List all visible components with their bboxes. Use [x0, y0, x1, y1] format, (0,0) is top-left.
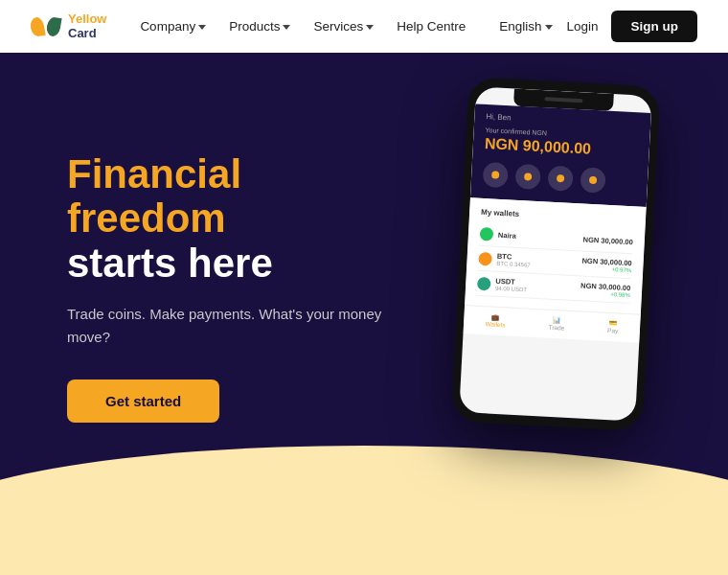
hero-content: Financial freedom starts here Trade coin… [0, 152, 402, 423]
logo-line2: Card [68, 27, 106, 40]
wallet-sub-btc: BTC 0.34567 [496, 261, 531, 268]
phone-notch-bar [544, 97, 582, 103]
wallet-name-naira: Naira [498, 230, 516, 240]
phone-tab-wallets[interactable]: 💼 Wallets [485, 312, 506, 328]
signup-button[interactable]: Sign up [611, 11, 697, 42]
logo-icon [31, 17, 60, 36]
phone-body: My wallets Naira NGN 30,000.00 [465, 197, 647, 313]
get-started-button[interactable]: Get started [67, 380, 219, 423]
wallet-left: USDT 94.00 USDT [477, 276, 528, 293]
wallet-sub-usdt: 94.00 USDT [495, 286, 527, 293]
wallet-left: BTC BTC 0.34567 [478, 251, 531, 268]
phone-action-deposit [547, 165, 573, 191]
phone-mockup: Hi, Ben Your confirmed NGN NGN 90,000.00… [460, 81, 651, 426]
wallet-left: Naira [480, 227, 516, 242]
language-selector[interactable]: English [499, 19, 553, 34]
wallet-right-naira: NGN 30,000.00 [582, 235, 633, 246]
phone-action-buy [483, 162, 509, 188]
phone-action-withdraw [580, 167, 605, 193]
language-label: English [499, 19, 541, 34]
nav-item-services[interactable]: Services [304, 13, 383, 39]
chevron-down-icon [283, 25, 290, 30]
wallet-info-naira: Naira [498, 230, 516, 240]
logo-line1: Yellow [68, 12, 106, 26]
logo-text: Yellow Card [68, 12, 106, 40]
wallet-right-btc: NGN 30,000.00 +0.97% [581, 256, 632, 273]
hero-section: Financial freedom starts here Trade coin… [0, 53, 728, 522]
yellow-section [0, 522, 728, 575]
nav-links: Company Products Services Help Centre [130, 13, 475, 39]
nav-item-products[interactable]: Products [219, 13, 300, 39]
logo[interactable]: Yellow Card [31, 12, 106, 40]
login-button[interactable]: Login [566, 19, 598, 34]
phone-tab-pay[interactable]: 💳 Pay [607, 319, 619, 334]
phone-screen: Hi, Ben Your confirmed NGN NGN 90,000.00… [459, 86, 652, 421]
phone-tab-trade[interactable]: 📊 Trade [548, 316, 565, 332]
phone-actions [483, 162, 637, 195]
phone-outer: Hi, Ben Your confirmed NGN NGN 90,000.00… [451, 77, 661, 431]
chevron-down-icon [366, 25, 374, 30]
logo-leaf-yellow [29, 15, 45, 36]
bottom-wave [0, 446, 728, 522]
chevron-down-icon [198, 25, 206, 30]
hero-title-colored: Financial freedom [67, 152, 402, 241]
wallet-info-btc: BTC BTC 0.34567 [496, 252, 531, 268]
wallet-icon-usdt [477, 276, 491, 290]
wallet-info-usdt: USDT 94.00 USDT [495, 277, 528, 293]
wallet-icon-naira [480, 227, 494, 242]
hero-title-white: starts here [67, 242, 402, 286]
phone-header: Hi, Ben Your confirmed NGN NGN 90,000.00 [470, 104, 651, 206]
phone-greeting: Hi, Ben [486, 112, 639, 128]
phone-wallets-title: My wallets [481, 208, 634, 224]
wallet-right-usdt: NGN 30,000.00 +0.98% [580, 281, 631, 298]
nav-item-help[interactable]: Help Centre [387, 13, 475, 39]
chevron-down-icon [545, 25, 553, 30]
nav-item-company[interactable]: Company [130, 13, 216, 39]
navbar: Yellow Card Company Products Services He… [0, 0, 728, 53]
hero-subtitle: Trade coins. Make payments. What's your … [67, 303, 393, 349]
phone-action-sell [515, 164, 541, 190]
nav-right: English Login Sign up [499, 11, 697, 42]
logo-leaf-green [45, 15, 61, 36]
wallet-amount-naira: NGN 30,000.00 [582, 235, 633, 246]
wallet-icon-btc [478, 251, 492, 265]
